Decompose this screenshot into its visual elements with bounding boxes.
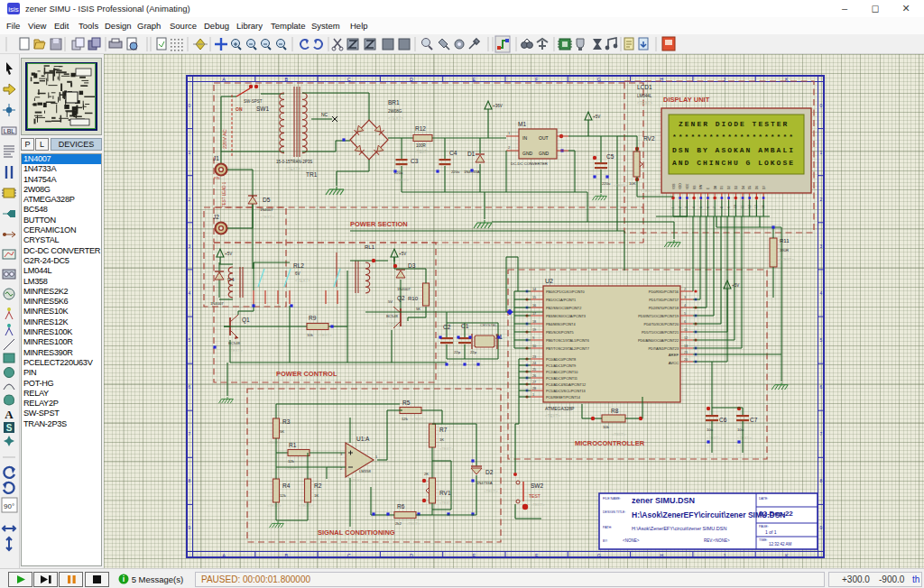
svg-text:<TEXT>: <TEXT> — [707, 436, 721, 440]
svg-text:9: 9 — [820, 525, 823, 530]
svg-text:D1: D1 — [467, 151, 476, 157]
svg-text:13: 13 — [754, 205, 758, 208]
svg-text:19: 19 — [532, 328, 536, 332]
svg-text:B: B — [285, 77, 289, 82]
svg-text:1: 1 — [671, 207, 675, 208]
svg-text:PC0/ADC0/PCINT8: PC0/ADC0/PCINT8 — [546, 358, 576, 362]
svg-text:2: 2 — [679, 207, 682, 208]
svg-text:10: 10 — [532, 345, 536, 348]
svg-text:RL2: RL2 — [293, 262, 304, 269]
svg-text:PB0/ICP1/CLKO/PCINT0: PB0/ICP1/CLKO/PCINT0 — [546, 290, 585, 294]
svg-text:OUT: OUT — [539, 135, 549, 141]
svg-text:0: 0 — [820, 103, 823, 108]
svg-text:1N4007: 1N4007 — [397, 287, 411, 291]
svg-text:20: 20 — [684, 358, 688, 362]
svg-text:DISPLAY UNIT: DISPLAY UNIT — [663, 96, 710, 104]
svg-text:J: J — [723, 553, 725, 558]
svg-text:K: K — [785, 553, 789, 558]
svg-text:LM044L: LM044L — [637, 94, 652, 98]
svg-text:<TEXT>: <TEXT> — [612, 432, 626, 436]
svg-text:C: C — [347, 553, 351, 558]
svg-text:GND: GND — [539, 151, 550, 156]
svg-text:10K: 10K — [629, 181, 636, 186]
svg-text:IN: IN — [522, 135, 527, 141]
svg-text:H: H — [660, 553, 663, 558]
svg-text:14: 14 — [532, 288, 536, 291]
svg-text:D0: D0 — [714, 186, 717, 189]
svg-text:220V AC: 220V AC — [222, 129, 227, 149]
svg-text:R8: R8 — [611, 408, 619, 414]
svg-text:0: 0 — [189, 103, 191, 108]
svg-text:PIN: PIN — [214, 176, 220, 180]
svg-text:PB1/OC1A/PCINT1: PB1/OC1A/PCINT1 — [546, 299, 576, 302]
svg-text:90°: 90° — [4, 502, 14, 510]
svg-text:PC2/ADC2/PCINT10: PC2/ADC2/PCINT10 — [546, 371, 578, 374]
svg-text:CRYSTAL: CRYSTAL — [480, 323, 498, 327]
svg-text:LCD1: LCD1 — [637, 84, 652, 90]
svg-text:<TEXT>: <TEXT> — [299, 503, 313, 508]
svg-text:<TEXT>: <TEXT> — [414, 150, 430, 154]
svg-text:<TEXT>: <TEXT> — [285, 167, 300, 171]
svg-text:POWER CONTROL: POWER CONTROL — [276, 370, 337, 378]
svg-text:26: 26 — [532, 374, 536, 378]
svg-text:A: A — [222, 553, 226, 558]
svg-text:12k: 12k — [280, 493, 287, 498]
svg-text:M1: M1 — [518, 121, 526, 127]
svg-text:D1: D1 — [720, 186, 724, 189]
svg-text:7: 7 — [820, 431, 823, 436]
svg-text:5K: 5K — [416, 307, 420, 311]
svg-text:D5: D5 — [263, 197, 271, 203]
svg-text:2: 2 — [684, 288, 686, 291]
svg-text:27: 27 — [532, 381, 536, 384]
svg-text:PD0/RXD/PCINT16: PD0/RXD/PCINT16 — [649, 290, 679, 294]
svg-text:POWER SECTION: POWER SECTION — [350, 220, 408, 228]
svg-text:********************: ******************** — [672, 133, 795, 141]
svg-text:RW: RW — [699, 185, 703, 189]
svg-text:isis: isis — [8, 5, 19, 14]
svg-text:A: A — [5, 408, 14, 421]
svg-text:VSS: VSS — [672, 184, 676, 189]
svg-text:<TEXT>: <TEXT> — [780, 257, 794, 262]
svg-text:1: 1 — [189, 150, 191, 155]
svg-text:C2: C2 — [443, 324, 451, 330]
svg-text:5: 5 — [189, 337, 191, 343]
svg-text:D: D — [410, 77, 413, 82]
svg-text:ZENER DIODE TESTER: ZENER DIODE TESTER — [679, 120, 789, 128]
svg-text:RL1: RL1 — [365, 244, 375, 250]
svg-text:<TEXT>: <TEXT> — [637, 101, 652, 106]
svg-text:RV1: RV1 — [439, 490, 451, 496]
svg-text:D7: D7 — [762, 186, 766, 189]
svg-text:RS: RS — [693, 186, 697, 189]
svg-text:E: E — [473, 77, 476, 82]
svg-text:D6: D6 — [755, 186, 759, 189]
svg-text:G: G — [597, 77, 601, 82]
svg-text:BC548: BC548 — [386, 314, 398, 318]
svg-text:i: i — [123, 574, 125, 583]
svg-text:D2: D2 — [485, 469, 494, 475]
svg-text:R2: R2 — [314, 482, 322, 489]
svg-text:<TEXT>: <TEXT> — [449, 363, 464, 367]
svg-text:<TEXT>: <TEXT> — [614, 183, 628, 188]
svg-text:R7: R7 — [439, 427, 448, 433]
svg-text:BR1: BR1 — [388, 99, 400, 106]
svg-text:5: 5 — [820, 337, 823, 343]
svg-text:BY:: BY: — [603, 539, 608, 543]
svg-text:9: 9 — [727, 207, 731, 208]
svg-text:AND CHINCHU G LOKOSE: AND CHINCHU G LOKOSE — [672, 159, 795, 167]
svg-text:<NONE>: <NONE> — [623, 538, 640, 543]
svg-text:2: 2 — [508, 145, 511, 150]
svg-text:R11: R11 — [780, 238, 790, 243]
svg-text:25: 25 — [532, 368, 536, 372]
svg-text:2k2: 2k2 — [395, 521, 402, 526]
svg-text:REV:<NONE>: REV:<NONE> — [704, 538, 730, 543]
svg-text:B: B — [285, 553, 289, 558]
svg-text:A: A — [222, 77, 226, 82]
svg-text:12k: 12k — [288, 459, 295, 464]
svg-text:1K: 1K — [439, 437, 444, 442]
svg-text:8: 8 — [820, 478, 823, 483]
svg-text:10k: 10k — [307, 333, 314, 337]
svg-text:R10: R10 — [408, 296, 419, 301]
svg-text:12:32:42 AM: 12:32:42 AM — [769, 542, 792, 547]
svg-text:PB4/MISO/PCINT4: PB4/MISO/PCINT4 — [546, 323, 576, 326]
svg-text:02-Dec-22: 02-Dec-22 — [759, 510, 793, 518]
